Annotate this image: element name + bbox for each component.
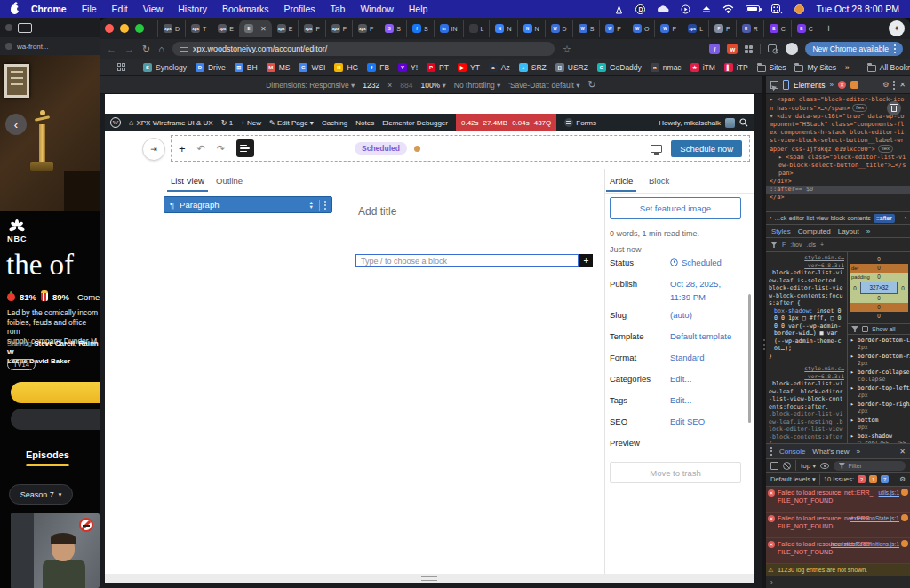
- menubar-item[interactable]: File: [82, 4, 97, 14]
- live-expression-icon[interactable]: [820, 463, 829, 469]
- address-bar[interactable]: xpx.woodstoneivy.com/account/editor/: [172, 42, 555, 56]
- bookmark-item[interactable]: []USRZ: [555, 63, 588, 72]
- tab-block[interactable]: Block: [649, 176, 669, 186]
- throttling-select[interactable]: No throttling ▾: [454, 81, 500, 90]
- play-button[interactable]: [11, 382, 100, 403]
- css-declaration[interactable]: box-shadow: inset 0 0 0 1px □ #fff, □ 0 …: [769, 307, 844, 353]
- url-text[interactable]: xpx.woodstoneivy.com/account/editor/: [193, 44, 327, 53]
- antenna-status-icon[interactable]: [614, 4, 624, 14]
- bookmark-item[interactable]: ▶YT: [458, 63, 480, 72]
- bookmark-item[interactable]: nnmac: [651, 63, 682, 72]
- filter-funnel-icon[interactable]: [770, 242, 778, 248]
- flex-badge[interactable]: flex: [852, 104, 867, 112]
- block-inserter-button[interactable]: +: [179, 142, 186, 155]
- wordpress-logo[interactable]: W: [110, 117, 121, 128]
- viewport-resize-grip[interactable]: [421, 576, 437, 581]
- play-circle-status-icon[interactable]: [681, 4, 690, 14]
- inspect-element-icon[interactable]: [770, 81, 778, 89]
- tab-list-view[interactable]: List View: [171, 176, 204, 186]
- element-classes-button[interactable]: .cls: [807, 242, 817, 248]
- chrome-tab[interactable]: xpxL: [682, 20, 708, 37]
- viewport-width-input[interactable]: 1232: [363, 81, 379, 90]
- bookmark-item[interactable]: MMS: [267, 63, 291, 72]
- episodes-tab[interactable]: Episodes: [26, 449, 69, 466]
- chrome-tab[interactable]: xpxF: [325, 20, 352, 37]
- css-rule[interactable]: style.min.c…_ver=6.8.3:1 .block-editor-l…: [769, 254, 844, 360]
- log-levels-select[interactable]: Default levels ▾: [770, 475, 816, 483]
- dimensions-select[interactable]: Dimensions: Responsive ▾: [266, 81, 355, 90]
- stylesheet-source-link[interactable]: style.min.c…_ver=6.8.3:1: [769, 365, 844, 380]
- flex-badge[interactable]: flex: [878, 145, 893, 153]
- bookmarks-overflow-chevron[interactable]: »: [845, 63, 850, 72]
- tab-styles[interactable]: Styles: [771, 227, 791, 235]
- breadcrumb-active-item[interactable]: ::after: [874, 214, 895, 223]
- move-to-trash-button[interactable]: Move to trash: [610, 462, 741, 483]
- bookmark-item[interactable]: aAz: [489, 63, 510, 72]
- chrome-tab[interactable]: xpxF: [298, 20, 324, 37]
- rotate-viewport-icon[interactable]: ↻: [588, 80, 596, 90]
- menubar-clock[interactable]: Tue Oct 28 8:00 PM: [816, 4, 899, 14]
- zoom-window-button[interactable]: [135, 24, 144, 33]
- console-error-row[interactable]: ✕ utils.js:1 Failed to load resource: ne…: [766, 487, 910, 513]
- chrome-tab[interactable]: BC: [763, 20, 791, 37]
- context-selector[interactable]: top ▾: [801, 462, 816, 470]
- bookmark-item[interactable]: YY!: [398, 63, 418, 72]
- chrome-tab[interactable]: xpxD: [157, 20, 185, 37]
- chrome-tab[interactable]: WO: [627, 20, 654, 37]
- dom-node[interactable]: </div>: [766, 178, 910, 186]
- breadcrumb-back-chevron[interactable]: ‹: [770, 215, 771, 221]
- computed-filter-icon[interactable]: [851, 326, 858, 332]
- tab-whats-new[interactable]: What's new: [812, 448, 849, 456]
- setting-value-link[interactable]: Edit SEO: [670, 417, 705, 426]
- close-window-button[interactable]: [105, 24, 114, 33]
- cloud-status-icon[interactable]: [657, 5, 669, 13]
- issues-badge[interactable]: [850, 81, 858, 89]
- setting-value-link[interactable]: Oct 28, 2025,: [670, 279, 721, 289]
- box-model-diagram[interactable]: 0 der0 padding0 0 327×32 0 0 0 0: [848, 252, 910, 323]
- setting-value-link[interactable]: Edit...: [670, 374, 691, 384]
- elementor-debugger-menu[interactable]: Elementor Debugger: [382, 119, 448, 127]
- delete-element-icon[interactable]: [887, 101, 901, 115]
- list-view-toggle-button[interactable]: [236, 139, 254, 157]
- computed-property[interactable]: ▸ border-bottom-r… 2px: [850, 353, 907, 367]
- chrome-tab[interactable]: NN: [489, 20, 516, 37]
- wifi-status-icon[interactable]: [722, 4, 734, 13]
- error-source-link[interactable]: utils.js:1: [879, 489, 899, 497]
- bookmark-item[interactable]: GGoDaddy: [597, 63, 642, 72]
- chrome-tab[interactable]: xpxE: [272, 20, 299, 37]
- menubar-app-name[interactable]: Chrome: [31, 4, 67, 14]
- menubar-item[interactable]: View: [143, 4, 164, 14]
- carousel-back-button[interactable]: ‹: [5, 114, 27, 135]
- tab-search-profile-button[interactable]: ✦: [889, 20, 905, 36]
- console-warning-row[interactable]: ⚠ 11230 log entries are not shown.: [766, 564, 910, 576]
- chrome-tab[interactable]: SS: [379, 20, 406, 37]
- menubar-item[interactable]: Profiles: [283, 4, 315, 14]
- device-toolbar-toggle-icon[interactable]: [783, 80, 789, 90]
- site-settings-icon[interactable]: [180, 45, 188, 53]
- bookmark-item[interactable]: Sites: [757, 63, 786, 72]
- devtools-settings-icon[interactable]: ⚙: [882, 81, 889, 89]
- computed-property[interactable]: ▸ bottom 0px: [850, 417, 907, 431]
- pseudo-state-button[interactable]: :hov: [790, 242, 802, 248]
- chrome-tab[interactable]: WD: [545, 20, 572, 37]
- more-tabs-chevron[interactable]: »: [829, 81, 833, 89]
- home-icon[interactable]: ⌂: [158, 44, 164, 54]
- computed-property[interactable]: ▸ border-collapse collapse: [850, 369, 907, 383]
- extension-icon[interactable]: w: [727, 44, 738, 54]
- page-scrollbar-thumb[interactable]: [748, 294, 751, 423]
- computed-property[interactable]: ▸ border-top-righ… 2px: [850, 401, 907, 415]
- extensions-puzzle-icon[interactable]: [745, 45, 753, 53]
- styles-filter-input[interactable]: F: [782, 242, 786, 248]
- forms-menu[interactable]: Forms: [564, 118, 596, 127]
- bookmark-item[interactable]: My Sites: [794, 63, 836, 72]
- menubar-item[interactable]: History: [178, 4, 207, 14]
- chrome-tab[interactable]: inIN: [434, 20, 463, 37]
- viewport-height-input[interactable]: 884: [400, 81, 412, 90]
- back-icon[interactable]: ←: [107, 44, 116, 54]
- notes-menu[interactable]: Notes: [355, 119, 374, 127]
- update-chrome-button[interactable]: New Chrome available: [805, 42, 903, 56]
- setting-value-link[interactable]: Scheduled: [682, 258, 722, 267]
- bookmark-item[interactable]: ▌iTP: [724, 63, 748, 72]
- chrome-tab[interactable]: fS: [406, 20, 434, 37]
- chrome-tab[interactable]: WP: [654, 20, 682, 37]
